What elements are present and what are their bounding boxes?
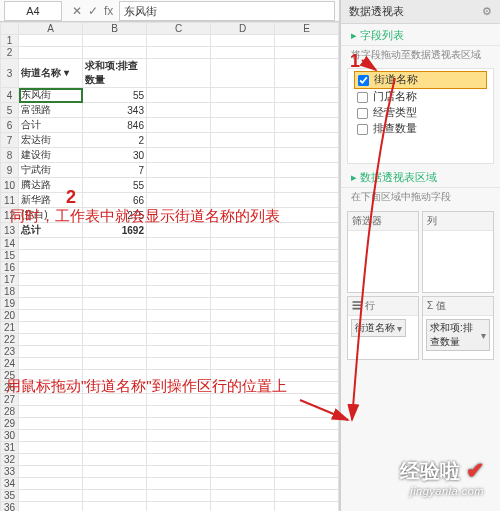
field-item-biztype[interactable]: 经营类型 [354,105,487,121]
pivot-cell[interactable]: 846 [83,118,147,133]
cancel-icon[interactable]: ✕ [72,4,82,18]
field-item-shop[interactable]: 门店名称 [354,89,487,105]
confirm-icon[interactable]: ✓ [88,4,98,18]
fx-icon[interactable]: fx [104,4,113,18]
field-item-street[interactable]: 街道名称 [354,71,487,89]
area-value[interactable]: Σ 值 求和项:排查数量▾ [422,296,494,360]
formula-input[interactable]: 东风街 [119,1,335,21]
pivot-cell[interactable]: 新华路 [19,193,83,208]
col-header-d[interactable]: D [211,23,275,35]
dropdown-icon[interactable]: ▾ [64,67,69,78]
col-header-a[interactable]: A [19,23,83,35]
pivot-cell[interactable]: 建设街 [19,148,83,163]
fields-hint: 将字段拖动至数据透视表区域 [341,46,500,66]
col-header-e[interactable]: E [275,23,339,35]
area-column[interactable]: 列 [422,211,494,293]
cell-b4[interactable]: 55 [83,88,147,103]
pivot-cell[interactable]: 合计 [19,118,83,133]
col-header-b[interactable]: B [83,23,147,35]
row-header[interactable]: 5 [1,103,19,118]
section-areas: ▸ 数据透视表区域 [341,166,500,188]
row-header[interactable]: 11 [1,193,19,208]
field-checkbox[interactable] [357,91,368,102]
row-header[interactable]: 12 [1,208,19,223]
name-box[interactable]: A4 [4,1,62,21]
field-list[interactable]: 街道名称 门店名称 经营类型 排查数量 [347,68,494,164]
pivot-cell[interactable]: 7 [83,163,147,178]
pivot-cell[interactable]: 343 [83,103,147,118]
pivot-cell[interactable]: 富强路 [19,103,83,118]
cell-a4[interactable]: 东风街 [19,88,83,103]
watermark: 经验啦 ✔ jingyanla.com [400,458,484,497]
row-header[interactable]: 4 [1,88,19,103]
field-item-count[interactable]: 排查数量 [354,121,487,137]
pivot-cell[interactable]: 30 [83,148,147,163]
pivot-cell[interactable]: 275 [83,208,147,223]
check-icon: ✔ [466,458,484,483]
panel-title: 数据透视表 ⚙ [341,0,500,24]
pivot-cell[interactable]: 66 [83,193,147,208]
row-header[interactable]: 13 [1,223,19,238]
formula-bar: A4 ✕ ✓ fx 东风街 [0,0,339,22]
row-header[interactable]: 6 [1,118,19,133]
pivot-row-header[interactable]: 街道名称 ▾ [19,59,83,88]
pivot-cell[interactable]: 宁武街 [19,163,83,178]
pivot-value-header[interactable]: 求和项:排查数量 [83,59,147,88]
pivot-total-label[interactable]: 总计 [19,223,83,238]
row-header[interactable]: 9 [1,163,19,178]
pivot-cell[interactable]: 宏达街 [19,133,83,148]
row-header[interactable]: 3 [1,59,19,88]
col-header-c[interactable]: C [147,23,211,35]
chevron-down-icon[interactable]: ▾ [397,323,402,334]
row-chip[interactable]: 街道名称▾ [351,319,406,337]
section-fields: ▸ 字段列表 [341,24,500,46]
pivot-cell[interactable]: 55 [83,178,147,193]
select-all-corner[interactable] [1,23,19,35]
gear-icon[interactable]: ⚙ [482,5,492,18]
row-header[interactable]: 1 [1,35,19,47]
field-checkbox[interactable] [357,123,368,134]
area-row[interactable]: ☰ 行 街道名称▾ [347,296,419,360]
row-header[interactable]: 8 [1,148,19,163]
chevron-down-icon[interactable]: ▾ [481,330,486,341]
value-chip[interactable]: 求和项:排查数量▾ [426,319,490,351]
field-checkbox[interactable] [357,107,368,118]
row-header[interactable]: 7 [1,133,19,148]
field-checkbox[interactable] [358,74,369,85]
pivot-total-value[interactable]: 1692 [83,223,147,238]
spreadsheet-grid[interactable]: A B C D E 1 2 3 街道名称 ▾ 求和项:排查数量 [0,22,339,511]
pivot-cell[interactable]: (空白) [19,208,83,223]
row-header[interactable]: 2 [1,47,19,59]
area-filter[interactable]: 筛选器 [347,211,419,293]
areas-hint: 在下面区域中拖动字段 [341,188,500,208]
row-header[interactable]: 10 [1,178,19,193]
pivot-panel: 数据透视表 ⚙ ▸ 字段列表 将字段拖动至数据透视表区域 街道名称 门店名称 经… [340,0,500,511]
pivot-cell[interactable]: 2 [83,133,147,148]
pivot-cell[interactable]: 腾达路 [19,178,83,193]
